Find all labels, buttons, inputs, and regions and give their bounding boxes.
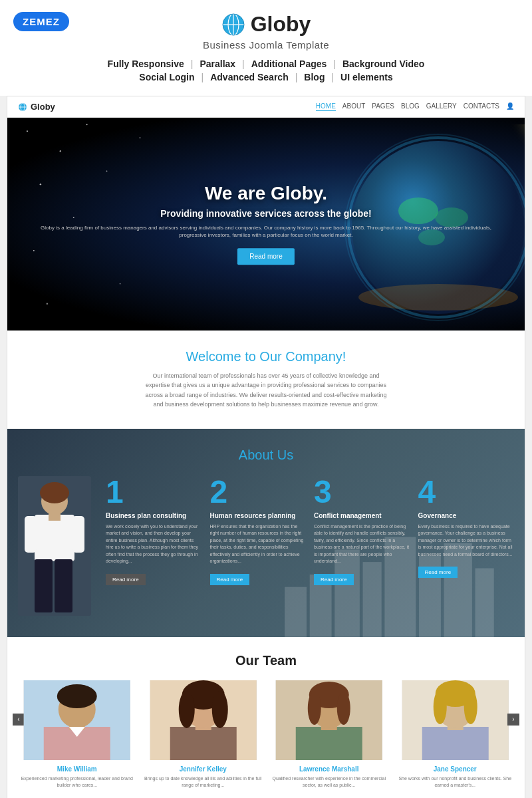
about-btn-2[interactable]: Read more [210,574,250,585]
feature-blog: Blog [304,72,325,82]
nav-brand-name: Globy [31,102,55,112]
team-card-2: Jennifer Kelley Brings up to date knowle… [144,680,263,789]
svg-point-50 [57,684,97,708]
hero-subtitle: Providing innovative services across the… [33,208,499,219]
svg-point-58 [178,691,194,728]
feature-background-video: Background Video [342,59,424,69]
about-btn-4[interactable]: Read more [418,567,458,578]
team-title: Our Team [18,653,514,668]
svg-rect-70 [422,727,488,760]
svg-point-67 [337,692,350,725]
team-card-3: Lawrence Marshall Qualified researcher w… [270,680,388,789]
svg-rect-42 [35,559,53,612]
hero-description: Globy is a leading firm of business mana… [33,224,499,239]
about-heading-4: Governance [418,512,515,519]
sep4: | [201,72,204,82]
top-header: ZEMEZ Globy Business Joomla Template Ful… [0,0,532,96]
welcome-section: Welcome to Our Company! Our internationa… [7,331,525,429]
preview-container: Globy HOME ABOUT PAGES BLOG GALLERY CONT… [7,96,525,798]
welcome-cyan: to Our Company! [245,349,346,364]
about-heading-2: Human resources planning [210,512,307,519]
nav-contacts[interactable]: CONTACTS [464,102,499,111]
mini-nav: Globy HOME ABOUT PAGES BLOG GALLERY CONT… [7,96,525,118]
svg-rect-54 [170,727,236,760]
sep1: | [191,59,194,69]
about-number-3: 3 [314,476,410,508]
about-btn-3[interactable]: Read more [314,574,354,585]
sep3: | [333,59,336,69]
team-member-name-2: Jennifer Kelley [144,765,263,773]
about-image-col [18,476,98,618]
team-photo-1 [18,680,136,760]
svg-rect-39 [35,515,74,561]
carousel-next-button[interactable]: › [507,714,519,726]
about-btn-1[interactable]: Read more [106,574,146,585]
nav-pages[interactable]: PAGES [372,102,394,111]
about-content: About Us [18,448,514,618]
feature-additional-pages: Additional Pages [251,59,327,69]
about-heading-1: Business plan consulting [106,512,202,519]
svg-point-59 [211,691,227,728]
team-section: Our Team ‹ [7,637,525,798]
about-section: About Us [7,429,525,637]
welcome-description: Our international team of professionals … [140,371,392,410]
svg-point-66 [308,692,321,725]
brand-name: Globy [251,12,311,37]
globe-icon [221,13,245,37]
feature-ui-elements: UI elements [340,72,393,82]
feature-advanced-search: Advanced Search [210,72,289,82]
about-text-4: Every business is required to have adequ… [418,523,515,559]
brand-subtitle: Business Joomla Template [13,39,519,51]
about-card-2: 2 Human resources planning HRP ensures t… [210,476,307,585]
team-grid: ‹ [18,680,514,789]
svg-rect-40 [25,516,37,553]
about-number-2: 2 [210,476,307,508]
svg-rect-62 [296,727,362,760]
sep2: | [242,59,245,69]
svg-point-38 [40,482,69,503]
nav-about[interactable]: ABOUT [342,102,365,111]
features-row-2: Social Login | Advanced Search | Blog | … [13,72,519,82]
nav-user-icon[interactable]: 👤 [506,102,514,111]
welcome-black: Welcome [186,349,245,364]
about-text-3: Conflict management is the practice of b… [314,523,410,565]
about-number-1: 1 [106,476,202,508]
hero-text: We are Globy. Providing innovative servi… [33,183,499,265]
about-text-2: HRP ensures that the organization has th… [210,523,307,565]
about-title-black: About [239,448,277,462]
sep6: | [331,72,334,82]
hero-cta-button[interactable]: Read more [237,249,294,265]
team-photo-svg-1 [18,680,136,760]
nav-blog[interactable]: BLOG [401,102,420,111]
feature-parallax: Parallax [200,59,235,69]
about-title-cyan: Us [277,448,293,462]
about-heading-3: Conflict management [314,512,410,519]
team-photo-2 [144,680,263,760]
svg-rect-41 [72,516,84,553]
team-member-desc-1: Experienced marketing professional, lead… [18,775,136,789]
svg-rect-43 [55,559,72,612]
mini-globe-icon [18,102,27,112]
team-photo-svg-2 [144,680,263,760]
team-photo-svg-3 [270,680,388,760]
feature-social-login: Social Login [139,72,194,82]
sep5: | [295,72,298,82]
about-card-1: 1 Business plan consulting We work close… [106,476,202,585]
zemez-logo[interactable]: ZEMEZ [13,12,69,31]
features-row-1: Fully Responsive | Parallax | Additional… [13,59,519,69]
team-member-desc-3: Qualified researcher with experience in … [270,775,388,789]
welcome-heading: Welcome to Our Company! [34,349,498,364]
brand-title: Globy [13,12,519,37]
nav-brand: Globy [18,102,55,112]
team-member-desc-2: Brings up to date knowledge all ills and… [144,775,263,789]
nav-gallery[interactable]: GALLERY [426,102,457,111]
team-member-name-1: Mike William [18,765,136,773]
about-woman-figure [18,476,91,616]
nav-home[interactable]: HOME [316,102,336,111]
team-photo-3 [270,680,388,760]
svg-rect-44 [49,513,61,521]
svg-point-74 [433,690,446,724]
feature-fully-responsive: Fully Responsive [108,59,184,69]
team-member-name-3: Lawrence Marshall [270,765,388,773]
hero-title: We are Globy. [33,183,499,204]
